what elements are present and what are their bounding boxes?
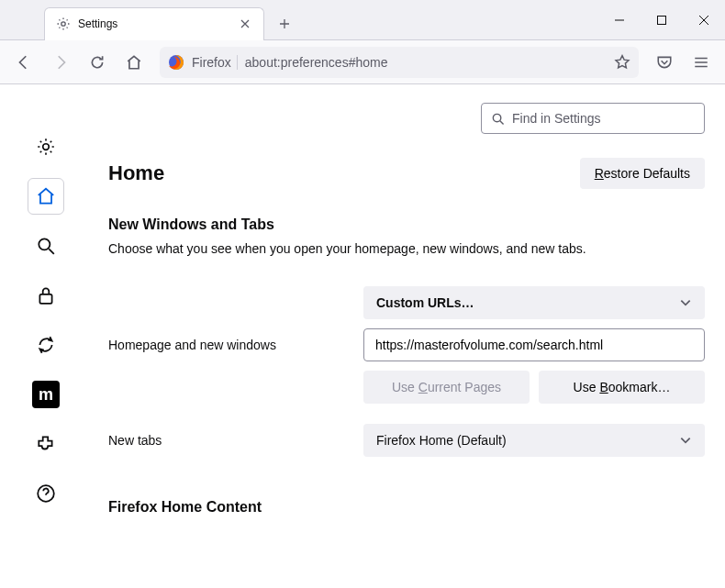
sidebar-search[interactable] — [28, 227, 64, 264]
maximize-button[interactable] — [641, 0, 683, 40]
settings-main: Find in Settings Home Restore Defaults N… — [92, 84, 725, 588]
section-firefox-home-content-title: Firefox Home Content — [108, 499, 705, 516]
minimize-button[interactable] — [598, 0, 641, 40]
bookmark-star-icon[interactable] — [614, 54, 630, 71]
svg-rect-5 — [39, 294, 51, 304]
svg-point-3 — [43, 144, 50, 150]
titlebar: Settings — [0, 0, 725, 40]
toolbar: Firefox about:preferences#home — [0, 40, 725, 84]
chevron-down-icon — [679, 434, 692, 447]
homepage-label: Homepage and new windows — [108, 338, 349, 352]
newtabs-select[interactable]: Firefox Home (Default) — [363, 424, 705, 457]
use-current-pages-button[interactable]: Use Current Pages — [363, 371, 530, 404]
url-bar[interactable]: Firefox about:preferences#home — [160, 47, 639, 78]
page-title: Home — [108, 161, 164, 185]
homepage-select[interactable]: Custom URLs… — [363, 286, 705, 319]
browser-tab[interactable]: Settings — [44, 7, 264, 40]
sidebar-general[interactable] — [28, 128, 64, 165]
reload-button[interactable] — [81, 46, 114, 79]
chevron-down-icon — [679, 296, 692, 309]
homepage-select-value: Custom URLs… — [376, 295, 474, 310]
section-new-windows-tabs-title: New Windows and Tabs — [108, 216, 705, 233]
settings-sidebar: m — [0, 84, 92, 588]
window-controls — [598, 0, 725, 40]
section-description: Choose what you see when you open your h… — [108, 240, 705, 259]
homepage-url-input[interactable] — [363, 328, 705, 361]
sidebar-home[interactable] — [28, 178, 64, 215]
new-tab-button[interactable] — [272, 11, 297, 37]
svg-rect-1 — [658, 16, 666, 24]
home-toolbar-button[interactable] — [117, 46, 151, 79]
forward-button[interactable] — [44, 46, 77, 79]
close-window-button[interactable] — [683, 0, 725, 40]
url-identity: Firefox — [192, 55, 238, 70]
svg-point-0 — [61, 22, 65, 26]
sidebar-extensions[interactable] — [28, 426, 64, 462]
search-icon — [491, 112, 505, 126]
sidebar-privacy[interactable] — [28, 277, 64, 314]
newtabs-select-value: Firefox Home (Default) — [376, 433, 507, 448]
search-placeholder: Find in Settings — [512, 111, 601, 126]
use-bookmark-button[interactable]: Use Bookmark… — [539, 371, 705, 404]
tab-close-button[interactable] — [238, 17, 252, 31]
firefox-logo-icon — [168, 54, 184, 71]
gear-icon — [56, 17, 71, 31]
sidebar-help[interactable] — [28, 475, 64, 512]
url-text: about:preferences#home — [245, 55, 607, 70]
sidebar-sync[interactable] — [28, 327, 64, 363]
app-menu-button[interactable] — [685, 46, 718, 79]
tab-title: Settings — [78, 17, 230, 30]
back-button[interactable] — [7, 46, 40, 79]
restore-defaults-button[interactable]: Restore Defaults — [580, 158, 705, 189]
newtabs-label: New tabs — [108, 433, 349, 448]
svg-point-7 — [493, 114, 500, 121]
find-in-settings-input[interactable]: Find in Settings — [481, 103, 705, 134]
pocket-button[interactable] — [648, 46, 681, 79]
sidebar-extension-m[interactable]: m — [32, 381, 60, 408]
svg-point-4 — [39, 239, 50, 250]
